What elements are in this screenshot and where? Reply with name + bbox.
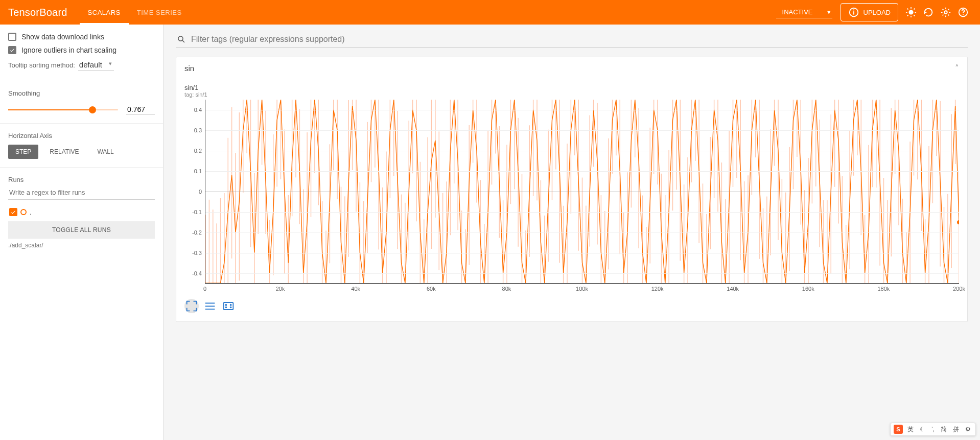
svg-point-12 <box>944 11 947 14</box>
chevron-up-icon: ˄ <box>955 63 959 73</box>
axis-step-button[interactable]: STEP <box>8 145 38 159</box>
run-name: . <box>30 209 32 216</box>
refresh-icon[interactable] <box>923 7 934 18</box>
x-tick-label: 80k <box>502 286 511 292</box>
x-tick-label: 140k <box>727 286 739 292</box>
axis-relative-button[interactable]: RELATIVE <box>42 145 86 159</box>
toggle-log-icon[interactable] <box>203 299 217 313</box>
chart-area[interactable]: 0.40.30.20.10-0.1-0.2-0.3-0.4 <box>184 100 959 284</box>
toggle-all-runs-button[interactable]: TOGGLE ALL RUNS <box>8 221 155 239</box>
main-content: sin ˄ sin/1 tag: sin/1 0.40.30.20.10-0.1… <box>164 25 980 440</box>
brightness-icon[interactable] <box>905 7 917 18</box>
checkbox-checked-icon <box>8 46 16 54</box>
chevron-down-icon: ▾ <box>827 8 831 16</box>
show-download-links-label: Show data download links <box>21 33 104 41</box>
svg-line-11 <box>914 9 915 10</box>
svg-rect-2 <box>853 10 854 11</box>
y-tick-label: -0.2 <box>192 229 202 236</box>
logo: TensorBoard <box>8 7 67 18</box>
run-color-swatch <box>20 209 27 215</box>
x-tick-label: 180k <box>877 286 890 292</box>
ime-simp[interactable]: 简 <box>939 425 948 434</box>
scalar-card: sin ˄ sin/1 tag: sin/1 0.40.30.20.10-0.1… <box>176 57 968 322</box>
horizontal-axis-label: Horizontal Axis <box>8 132 155 140</box>
ime-toolbar[interactable]: S 英 ☾ ’, 简 拼 ⚙ <box>890 423 976 436</box>
tag-filter-row <box>176 33 968 48</box>
app-header: TensorBoard SCALARS TIME SERIES INACTIVE… <box>0 0 980 25</box>
fit-domain-icon[interactable] <box>221 299 236 313</box>
svg-point-3 <box>908 10 913 14</box>
ime-punct[interactable]: ’, <box>930 426 936 433</box>
smoothing-slider[interactable] <box>8 109 118 110</box>
expand-chart-icon[interactable] <box>184 299 199 313</box>
info-icon <box>848 7 859 18</box>
x-axis: 020k40k60k80k100k120k140k160k180k200k <box>205 284 959 295</box>
x-tick-label: 120k <box>651 286 664 292</box>
ime-settings-icon[interactable]: ⚙ <box>964 426 972 433</box>
y-tick-label: 0 <box>199 189 202 195</box>
header-tabs: SCALARS TIME SERIES <box>80 0 190 25</box>
x-tick-label: 0 <box>203 286 206 292</box>
svg-line-16 <box>182 40 184 42</box>
settings-icon[interactable] <box>940 7 951 18</box>
ignore-outliers-label: Ignore outliers in chart scaling <box>21 46 116 54</box>
chart-subtitle: tag: sin/1 <box>184 91 959 98</box>
tooltip-sort-label: Tooltip sorting method: <box>8 61 75 69</box>
chart-toolbar <box>184 299 959 313</box>
tab-scalars[interactable]: SCALARS <box>80 0 129 25</box>
runs-label: Runs <box>8 176 155 183</box>
ime-moon-icon[interactable]: ☾ <box>918 426 927 433</box>
ime-logo-icon: S <box>894 425 903 434</box>
smoothing-label: Smoothing <box>8 89 155 97</box>
svg-point-23 <box>225 307 226 308</box>
upload-button[interactable]: UPLOAD <box>841 3 898 21</box>
run-checkbox-icon <box>9 208 17 216</box>
x-tick-label: 40k <box>351 286 360 292</box>
svg-point-15 <box>178 36 183 41</box>
tag-filter-input[interactable] <box>191 35 967 44</box>
runs-path: ./add_scalar/ <box>8 242 155 249</box>
y-tick-label: -0.3 <box>192 250 202 256</box>
ignore-outliers-checkbox[interactable]: Ignore outliers in chart scaling <box>8 46 155 54</box>
search-icon <box>177 35 186 44</box>
axis-wall-button[interactable]: WALL <box>90 145 121 159</box>
card-title: sin <box>184 64 194 73</box>
y-tick-label: 0.4 <box>194 107 202 113</box>
x-tick-label: 20k <box>276 286 285 292</box>
svg-line-9 <box>914 15 915 16</box>
show-download-links-checkbox[interactable]: Show data download links <box>8 33 155 41</box>
chart-plot[interactable] <box>205 100 959 284</box>
card-header[interactable]: sin ˄ <box>176 57 967 79</box>
slider-thumb[interactable] <box>89 106 96 113</box>
y-tick-label: -0.1 <box>192 209 202 215</box>
ime-pinyin[interactable]: 拼 <box>951 425 961 434</box>
svg-line-10 <box>907 15 908 16</box>
sidebar: Show data download links Ignore outliers… <box>0 25 164 440</box>
help-icon[interactable] <box>958 7 969 18</box>
svg-line-8 <box>907 9 908 10</box>
svg-rect-20 <box>224 303 234 310</box>
x-tick-label: 60k <box>427 286 436 292</box>
y-axis: 0.40.30.20.10-0.1-0.2-0.3-0.4 <box>184 100 205 284</box>
runs-filter-input[interactable] <box>8 186 155 200</box>
smoothing-input[interactable] <box>126 104 155 115</box>
y-tick-label: 0.1 <box>194 168 202 174</box>
upload-label: UPLOAD <box>864 9 891 16</box>
horizontal-axis-buttons: STEP RELATIVE WALL <box>8 145 155 159</box>
x-tick-label: 160k <box>802 286 814 292</box>
tab-time-series[interactable]: TIME SERIES <box>129 0 190 25</box>
svg-point-14 <box>963 14 964 15</box>
x-tick-label: 200k <box>953 286 965 292</box>
svg-point-24 <box>230 307 231 308</box>
y-tick-label: 0.3 <box>194 127 202 133</box>
chart-title: sin/1 <box>184 84 959 91</box>
tooltip-sort-select[interactable]: default <box>78 59 114 71</box>
ime-lang[interactable]: 英 <box>906 425 915 434</box>
inactive-dashboards-dropdown[interactable]: INACTIVE ▾ <box>776 6 832 18</box>
checkbox-icon <box>8 33 16 41</box>
inactive-label: INACTIVE <box>782 8 813 16</box>
x-tick-label: 100k <box>576 286 588 292</box>
run-item[interactable]: . <box>9 208 154 216</box>
y-tick-label: 0.2 <box>194 148 202 154</box>
svg-rect-1 <box>853 11 854 14</box>
